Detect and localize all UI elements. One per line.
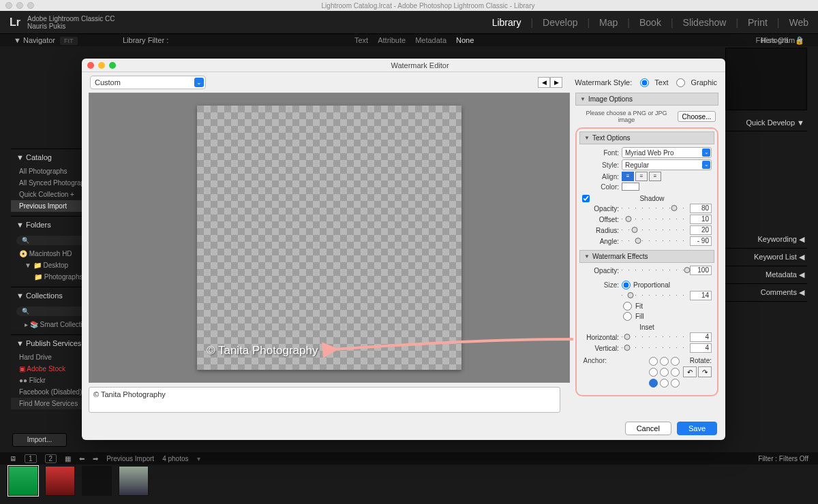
app-header: Lr Adobe Lightroom Classic CC Nauris Puk… (0, 11, 818, 34)
traffic-close-icon[interactable] (5, 2, 12, 9)
filter-text[interactable]: Text (354, 36, 368, 44)
panel-keywording[interactable]: Keywording ◀ (725, 231, 807, 249)
choose-image-button[interactable]: Choose... (678, 111, 716, 122)
style-graphic-radio[interactable] (676, 78, 685, 87)
panel-keyword-list[interactable]: Keyword List ◀ (725, 249, 807, 266)
panel-quick-develop[interactable]: Quick Develop ▼ (725, 114, 807, 131)
align-center-button[interactable]: ≡ (635, 172, 648, 181)
inset-label: Inset (582, 324, 712, 331)
inset-v-slider[interactable] (622, 345, 687, 351)
thumbnail[interactable] (8, 466, 38, 496)
preview-prev-button[interactable]: ◀ (538, 77, 550, 88)
modal-footer: Cancel Save (82, 417, 725, 440)
thumbnail[interactable] (119, 466, 149, 496)
preset-dropdown[interactable]: Custom ⌄ (90, 76, 206, 89)
photo-count: 4 photos (162, 455, 188, 462)
preview-image: © Tanita Photography (197, 106, 461, 370)
identity-plate: Adobe Lightroom Classic CC Nauris Pukis (27, 15, 115, 30)
inset-h-slider[interactable] (622, 334, 687, 341)
rotate-label: Rotate: (683, 357, 712, 364)
app-name: Adobe Lightroom Classic CC (27, 15, 115, 22)
screen-1[interactable]: 1 (25, 454, 37, 463)
module-library[interactable]: Library (492, 17, 521, 28)
shadow-checkbox[interactable] (582, 195, 590, 202)
filmstrip-toolbar: 🖥 1 2 ▦ ⬅ ➡ Previous Import 4 photos ▾ F… (0, 452, 818, 464)
panel-metadata[interactable]: Metadata ◀ (725, 266, 807, 284)
wm-opacity-value[interactable]: 100 (690, 266, 712, 275)
grid-icon[interactable]: ▦ (65, 455, 71, 462)
thumbnail[interactable] (82, 466, 112, 496)
traffic-max-icon[interactable] (27, 2, 34, 9)
image-options-header[interactable]: Image Options (575, 93, 718, 106)
module-web[interactable]: Web (789, 17, 808, 28)
preview-next-button[interactable]: ▶ (550, 77, 562, 88)
effects-header[interactable]: Watermark Effects (579, 250, 714, 263)
filter-bar: ▼ Navigator FIT Library Filter : Text At… (0, 34, 818, 46)
shadow-angle-value[interactable]: - 90 (690, 236, 712, 246)
anchor-bottom-left[interactable] (649, 379, 658, 388)
save-button[interactable]: Save (677, 422, 717, 435)
align-left-button[interactable]: ≡ (622, 172, 634, 181)
text-options-header[interactable]: Text Options (579, 131, 714, 144)
library-filter-label: Library Filter : (123, 36, 168, 44)
app-user: Nauris Pukis (27, 22, 115, 30)
modal-titlebar: Watermark Editor (82, 59, 725, 72)
watermark-preview: © Tanita Photography (89, 93, 570, 383)
shadow-offset-value[interactable]: 10 (690, 215, 712, 224)
module-print[interactable]: Print (748, 17, 768, 28)
highlighted-region: Text Options Font: Myriad Web Pro⌄ Style… (575, 127, 718, 396)
modal-max-icon[interactable] (109, 62, 116, 69)
traffic-min-icon[interactable] (16, 2, 23, 9)
watermark-settings-panel: Image Options Please choose a PNG or JPG… (575, 93, 718, 413)
font-style-dropdown[interactable]: Regular⌄ (622, 159, 712, 170)
filter-none[interactable]: None (456, 36, 474, 44)
shadow-radius-slider[interactable] (622, 227, 687, 234)
breadcrumb-source[interactable]: Previous Import (106, 455, 154, 462)
module-map[interactable]: Map (599, 17, 618, 28)
watermark-text-input[interactable]: © Tanita Photography (89, 387, 560, 413)
shadow-offset-slider[interactable] (622, 216, 687, 223)
size-fill-radio[interactable] (623, 312, 632, 321)
shadow-opacity-slider[interactable] (622, 205, 687, 212)
shadow-angle-slider[interactable] (622, 238, 687, 245)
module-slideshow[interactable]: Slideshow (683, 17, 727, 28)
panel-comments[interactable]: Comments ◀ (725, 284, 807, 302)
preset-value: Custom (95, 78, 121, 86)
thumbnail[interactable] (45, 466, 75, 496)
shadow-opacity-value[interactable]: 80 (690, 204, 712, 213)
screen-2[interactable]: 2 (45, 454, 57, 463)
rotate-ccw-button[interactable]: ↶ (683, 366, 697, 377)
monitor-icon[interactable]: 🖥 (10, 455, 16, 462)
shadow-radius-value[interactable]: 20 (690, 225, 712, 235)
histogram-panel (725, 48, 807, 110)
filter-attribute[interactable]: Attribute (378, 36, 406, 44)
size-value[interactable]: 14 (690, 291, 712, 300)
color-swatch[interactable] (622, 183, 639, 191)
cancel-button[interactable]: Cancel (625, 422, 671, 435)
align-right-button[interactable]: ≡ (649, 172, 661, 181)
rotate-cw-button[interactable]: ↷ (698, 366, 712, 377)
wm-opacity-slider[interactable] (622, 267, 687, 274)
modal-min-icon[interactable] (98, 62, 105, 69)
anchor-grid[interactable] (649, 357, 680, 388)
nav-fwd-icon[interactable]: ➡ (93, 455, 98, 462)
font-dropdown[interactable]: Myriad Web Pro⌄ (622, 147, 712, 158)
import-button[interactable]: Import... (12, 433, 67, 447)
filter-metadata[interactable]: Metadata (415, 36, 446, 44)
filters-off[interactable]: Filters Off (779, 455, 808, 462)
navigator-title[interactable]: ▼ Navigator FIT (14, 36, 123, 44)
inset-h-value[interactable]: 4 (690, 332, 712, 342)
nav-back-icon[interactable]: ⬅ (79, 455, 85, 462)
image-options-hint: Please choose a PNG or JPG image (578, 110, 675, 123)
module-develop[interactable]: Develop (543, 17, 577, 28)
dropdown-arrow-icon: ⌄ (194, 78, 204, 87)
size-fit-radio[interactable] (623, 302, 632, 311)
histogram-title[interactable]: Histogram ▼ (761, 36, 804, 44)
watermark-style-group: Watermark Style: Text Graphic (575, 78, 717, 87)
size-proportional-radio[interactable] (622, 281, 631, 289)
module-book[interactable]: Book (639, 17, 661, 28)
style-text-radio[interactable] (640, 78, 649, 87)
size-slider[interactable] (622, 292, 687, 299)
modal-close-icon[interactable] (87, 62, 94, 69)
inset-v-value[interactable]: 4 (690, 343, 712, 353)
